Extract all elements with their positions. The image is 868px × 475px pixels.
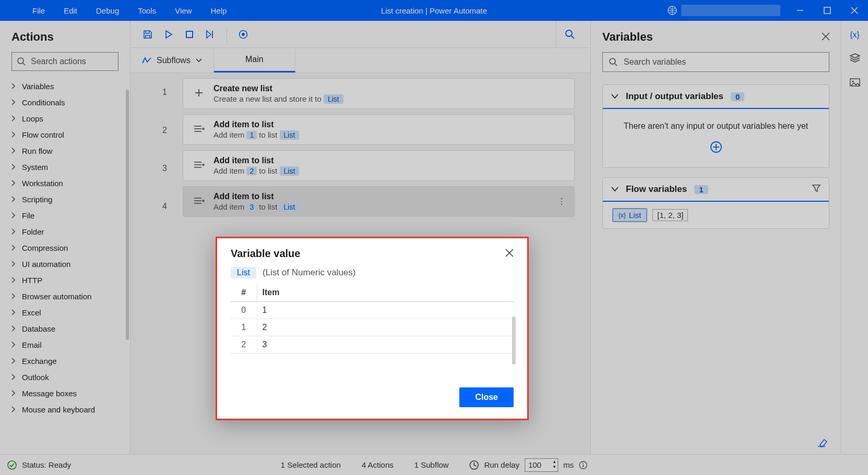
step-button[interactable] (200, 25, 220, 44)
user-badge[interactable] (661, 3, 787, 18)
run-delay-unit: ms (563, 460, 574, 469)
flow-variable-chip[interactable]: {x} List (612, 208, 647, 222)
save-button[interactable] (138, 25, 158, 44)
info-icon[interactable] (579, 461, 587, 469)
action-category[interactable]: Message boxes (0, 385, 130, 401)
action-category[interactable]: Outlook (0, 369, 130, 385)
flow-variables-section: Flow variables 1 {x} List [1, 2, 3] (602, 177, 829, 229)
action-category[interactable]: File (0, 208, 130, 224)
layers-rail-button[interactable] (850, 53, 860, 65)
action-category[interactable]: HTTP (0, 272, 130, 288)
flow-variables-title: Flow variables (626, 184, 687, 194)
menu-tools[interactable]: Tools (128, 0, 165, 21)
search-icon (609, 58, 617, 66)
action-category[interactable]: Loops (0, 111, 130, 127)
action-category-label: Folder (22, 227, 44, 236)
action-category[interactable]: Email (0, 337, 130, 353)
svg-point-31 (610, 58, 615, 64)
clear-variables-button[interactable] (817, 440, 828, 448)
flow-step[interactable]: Add item to listAdd item 2 to list List (183, 150, 575, 181)
menu-view[interactable]: View (165, 0, 201, 21)
action-category[interactable]: Run flow (0, 143, 130, 159)
subflows-icon (142, 57, 151, 64)
action-category-label: Browser automation (22, 292, 91, 301)
action-category[interactable]: Flow control (0, 127, 130, 143)
action-category-label: File (22, 211, 34, 220)
variables-close-button[interactable] (822, 32, 829, 43)
action-category[interactable]: Scripting (0, 191, 130, 208)
action-category[interactable]: Browser automation (0, 288, 130, 305)
dialog-close-button[interactable] (505, 249, 514, 259)
actions-search[interactable]: Search actions (11, 52, 118, 71)
flow-step[interactable]: Add item to listAdd item 1 to list List (183, 114, 575, 145)
flow-step[interactable]: Add item to listAdd item 3 to list List⋮ (183, 186, 575, 217)
action-category[interactable]: Mouse and keyboard (0, 401, 130, 418)
spinner-arrows-icon[interactable]: ▲▼ (552, 459, 556, 470)
user-name-redacted (681, 5, 780, 16)
action-category[interactable]: Folder (0, 224, 130, 240)
menu-help[interactable]: Help (201, 0, 236, 21)
step-more-button[interactable]: ⋮ (557, 197, 566, 206)
action-category[interactable]: Variables (0, 78, 130, 94)
flow-variable-row[interactable]: {x} List [1, 2, 3] (603, 202, 829, 228)
flow-step[interactable]: Create new listCreate a new list and sto… (183, 78, 575, 109)
line-number: 2 (130, 111, 177, 149)
variables-search[interactable]: Search variables (602, 52, 829, 72)
status-actions: 4 Actions (362, 460, 394, 469)
run-button[interactable] (159, 25, 179, 44)
action-category-label: Workstation (22, 179, 63, 188)
actions-title: Actions (0, 21, 130, 50)
chevron-right-icon (11, 82, 16, 91)
svg-line-6 (23, 63, 25, 65)
chevron-right-icon (11, 130, 16, 139)
action-category-label: Email (22, 340, 42, 349)
actions-scrollbar[interactable] (126, 90, 129, 340)
action-category[interactable]: Database (0, 321, 130, 337)
table-row[interactable]: 23 (231, 336, 514, 354)
record-button[interactable] (233, 25, 253, 44)
right-rail: {x} (841, 21, 868, 454)
stop-button[interactable] (180, 25, 199, 44)
filter-button[interactable] (812, 184, 821, 194)
maximize-button[interactable] (814, 0, 841, 21)
chevron-right-icon (11, 260, 16, 269)
menu-debug[interactable]: Debug (87, 0, 128, 21)
cell-index: 0 (231, 302, 257, 319)
image-rail-button[interactable] (850, 78, 860, 89)
action-category[interactable]: Conditionals (0, 94, 130, 111)
close-window-button[interactable] (841, 0, 868, 21)
step-subtitle: Add item 3 to list List (213, 202, 299, 211)
table-scrollbar[interactable] (512, 316, 516, 364)
io-variables-header[interactable]: Input / output variables 0 (603, 85, 829, 109)
menu-edit[interactable]: Edit (54, 0, 87, 21)
variables-rail-button[interactable]: {x} (850, 30, 860, 40)
menu-file[interactable]: File (23, 0, 54, 21)
step-subtitle: Add item 1 to list List (213, 130, 299, 139)
table-row[interactable]: 01 (231, 302, 514, 319)
action-category[interactable]: Excel (0, 305, 130, 321)
table-row[interactable]: 12 (231, 319, 514, 336)
step-title: Add item to list (213, 156, 299, 165)
cell-index: 1 (231, 319, 257, 336)
svg-line-11 (572, 36, 574, 39)
close-button[interactable]: Close (459, 387, 514, 407)
step-icon (193, 124, 205, 136)
action-category[interactable]: UI automation (0, 256, 130, 272)
tab-main[interactable]: Main (214, 48, 295, 72)
add-io-variable-button[interactable] (612, 141, 819, 155)
action-category-label: Exchange (22, 357, 57, 366)
step-subtitle: Create a new list and store it to List (213, 94, 343, 103)
action-category[interactable]: Exchange (0, 353, 130, 369)
designer-search-button[interactable] (556, 21, 583, 48)
flow-variables-header[interactable]: Flow variables 1 (603, 178, 829, 202)
action-category[interactable]: Compression (0, 240, 130, 256)
titlebar: File Edit Debug Tools View Help List cre… (0, 0, 868, 21)
action-category[interactable]: System (0, 159, 130, 175)
subflows-dropdown[interactable]: Subflows (130, 48, 214, 72)
io-variables-count: 0 (731, 92, 744, 101)
run-delay-input[interactable]: 100 ▲▼ (525, 458, 558, 472)
minimize-button[interactable] (787, 0, 814, 21)
actions-list[interactable]: VariablesConditionalsLoopsFlow controlRu… (0, 78, 130, 454)
chevron-right-icon (11, 308, 16, 317)
action-category[interactable]: Workstation (0, 175, 130, 191)
